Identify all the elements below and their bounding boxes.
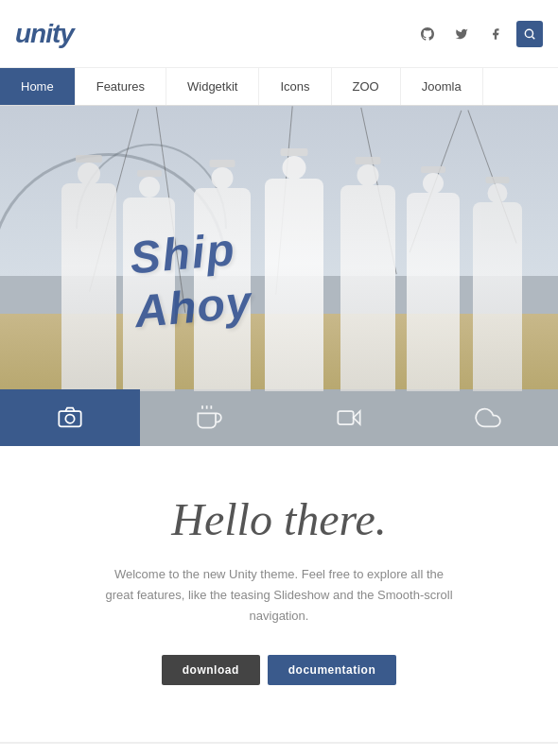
head-7 <box>488 183 508 203</box>
facebook-icon[interactable] <box>482 21 509 47</box>
svg-point-0 <box>525 29 532 37</box>
figure-5 <box>340 185 395 391</box>
hat-2 <box>137 170 162 177</box>
svg-point-3 <box>65 415 74 423</box>
header-icon-group <box>414 21 543 47</box>
nav-item-joomla[interactable]: Joomla <box>401 68 483 105</box>
head-5 <box>357 164 379 186</box>
main-nav: Home Features Widgetkit Icons ZOO Joomla <box>0 68 558 106</box>
figure-2 <box>123 198 175 391</box>
slideshow-bar <box>0 389 558 446</box>
svg-line-1 <box>532 36 535 39</box>
hat-4 <box>281 148 308 156</box>
head-1 <box>78 163 100 185</box>
hello-title: Hello there. <box>19 493 539 545</box>
head-2 <box>139 177 160 198</box>
documentation-button[interactable]: documentation <box>268 655 397 685</box>
nav-item-zoo[interactable]: ZOO <box>332 68 401 105</box>
button-group: download documentation <box>19 655 539 685</box>
nav-item-home[interactable]: Home <box>0 68 76 105</box>
figure-4 <box>265 179 323 391</box>
hat-1 <box>76 155 102 163</box>
nav-item-widgetkit[interactable]: Widgetkit <box>166 68 259 105</box>
twitter-icon[interactable] <box>448 21 475 47</box>
figure-3 <box>194 188 251 391</box>
slide-icon-video[interactable] <box>279 389 419 446</box>
slide-icon-cloud[interactable] <box>419 389 559 446</box>
sailors-group <box>0 136 558 391</box>
head-6 <box>423 173 444 194</box>
content-description: Welcome to the new Unity theme. Feel fre… <box>99 564 459 627</box>
head-3 <box>212 167 234 189</box>
figure-6 <box>407 193 460 391</box>
hat-7 <box>486 177 510 183</box>
nav-item-icons[interactable]: Icons <box>259 68 331 105</box>
site-logo[interactable]: unity <box>15 19 74 49</box>
svg-marker-5 <box>353 411 359 424</box>
head-4 <box>283 156 306 180</box>
hat-3 <box>210 160 235 167</box>
slide-icon-coffee[interactable] <box>140 389 280 446</box>
site-header: unity <box>0 0 558 68</box>
figure-7 <box>473 202 522 391</box>
github-icon[interactable] <box>414 21 441 47</box>
search-button[interactable] <box>516 21 543 47</box>
svg-rect-4 <box>338 411 353 424</box>
hat-5 <box>356 157 381 164</box>
download-button[interactable]: download <box>162 655 260 685</box>
figure-1 <box>61 183 116 391</box>
svg-rect-2 <box>59 411 80 426</box>
slide-icon-camera[interactable] <box>0 389 140 446</box>
footer-stats: ★ 4443 Stargazers ⑂ 405 Forks @twitter ✿… <box>0 743 558 756</box>
nav-item-features[interactable]: Features <box>76 68 166 105</box>
content-section: Hello there. Welcome to the new Unity th… <box>0 446 558 723</box>
hero-section: Ship Ahoy <box>0 106 558 446</box>
hat-6 <box>421 166 445 173</box>
